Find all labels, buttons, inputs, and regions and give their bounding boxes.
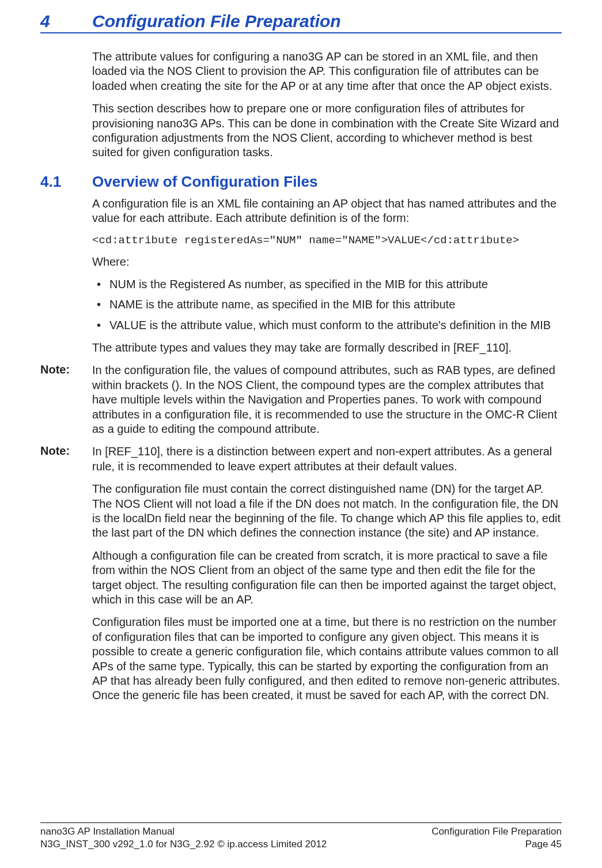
section-para-1: A configuration file is an XML file cont… <box>92 197 562 226</box>
bullet-icon: • <box>92 297 109 312</box>
note-1: Note: In the configuration file, the val… <box>40 363 562 436</box>
bullet-text: NUM is the Registered As number, as spec… <box>109 277 488 292</box>
note-2: Note: In [REF_110], there is a distincti… <box>40 444 562 474</box>
section-para-5: Configuration files must be imported one… <box>92 615 562 703</box>
note-text: In [REF_110], there is a distinction bet… <box>92 444 562 474</box>
chapter-header: 4 Configuration File Preparation <box>40 12 562 33</box>
intro-para-1: The attribute values for configuring a n… <box>92 50 562 93</box>
footer-right: Configuration File Preparation Page 45 <box>431 825 562 851</box>
where-label: Where: <box>92 255 562 269</box>
section-para-4: Although a configuration file can be cre… <box>92 549 562 607</box>
section-number: 4.1 <box>40 173 92 191</box>
note-text: In the configuration file, the values of… <box>92 363 562 436</box>
section-para-2: The attribute types and values they may … <box>92 341 562 355</box>
section-para-3: The configuration file must contain the … <box>92 482 562 541</box>
footer-section-name: Configuration File Preparation <box>431 825 562 838</box>
bullet-icon: • <box>92 277 109 292</box>
note-label: Note: <box>40 444 92 474</box>
bullet-icon: • <box>92 318 109 333</box>
footer-page-number: Page 45 <box>431 838 562 851</box>
section-title: Overview of Configuration Files <box>92 173 318 191</box>
list-item: • VALUE is the attribute value, which mu… <box>92 318 562 333</box>
footer-left: nano3G AP Installation Manual N3G_INST_3… <box>40 825 327 851</box>
bullet-text: VALUE is the attribute value, which must… <box>109 318 551 333</box>
list-item: • NAME is the attribute name, as specifi… <box>92 297 562 312</box>
code-sample: <cd:attribute registeredAs="NUM" name="N… <box>92 234 562 247</box>
chapter-title: Configuration File Preparation <box>92 12 341 31</box>
bullet-list: • NUM is the Registered As number, as sp… <box>92 277 562 333</box>
list-item: • NUM is the Registered As number, as sp… <box>92 277 562 292</box>
bullet-text: NAME is the attribute name, as specified… <box>109 297 455 312</box>
chapter-number: 4 <box>40 12 92 31</box>
footer-doc-title: nano3G AP Installation Manual <box>40 825 327 838</box>
page-footer: nano3G AP Installation Manual N3G_INST_3… <box>40 822 562 851</box>
intro-para-2: This section describes how to prepare on… <box>92 101 562 160</box>
section-header: 4.1 Overview of Configuration Files <box>40 173 562 191</box>
note-label: Note: <box>40 363 92 436</box>
footer-doc-version: N3G_INST_300 v292_1.0 for N3G_2.92 © ip.… <box>40 838 327 851</box>
